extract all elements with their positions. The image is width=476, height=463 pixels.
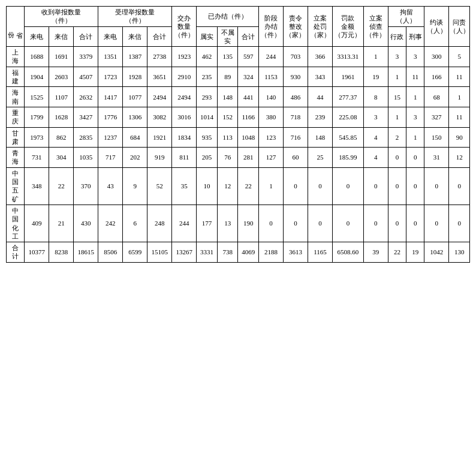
data-cell: 1 (388, 107, 406, 127)
data-cell: 3 (388, 47, 406, 67)
data-cell: 44 (308, 87, 333, 107)
data-cell: 4507 (74, 67, 98, 87)
data-cell: 5 (449, 47, 470, 67)
data-cell: 25 (308, 148, 333, 168)
data-cell: 441 (238, 87, 259, 107)
data-cell: 1 (363, 47, 388, 67)
data-cell: 52 (147, 167, 172, 205)
data-cell: 22 (49, 167, 74, 205)
data-cell: 11 (406, 67, 424, 87)
province-cell: 海南 (7, 87, 25, 107)
data-cell: 3331 (197, 242, 218, 263)
data-cell: 68 (424, 87, 449, 107)
data-cell: 1 (406, 127, 424, 148)
data-cell: 22 (388, 242, 406, 263)
data-cell: 1042 (424, 242, 449, 263)
detain-admin: 行政 (388, 26, 406, 47)
data-cell: 486 (283, 87, 308, 107)
collect-letter: 来信 (49, 26, 74, 47)
data-cell: 0 (424, 205, 449, 242)
data-cell: 225.08 (333, 107, 364, 127)
detain-criminal: 刑事 (406, 26, 424, 47)
data-cell: 113 (217, 127, 238, 148)
data-cell: 281 (238, 148, 259, 168)
data-cell: 0 (333, 205, 364, 242)
data-cell: 0 (424, 167, 449, 205)
province-cell: 上海 (7, 47, 25, 67)
table-row: 甘肃19738622835123768419211834935113104812… (7, 127, 470, 148)
data-cell: 19 (363, 67, 388, 87)
data-cell: 89 (217, 67, 238, 87)
data-cell: 3 (363, 107, 388, 127)
data-cell: 1417 (98, 87, 123, 107)
province-cell: 甘肃 (7, 127, 25, 148)
data-cell: 8238 (49, 242, 74, 263)
data-cell: 2835 (74, 127, 98, 148)
province-header: 省份 (7, 7, 25, 47)
data-cell: 3016 (172, 107, 197, 127)
data-cell: 9 (123, 167, 147, 205)
accept-phone: 来电 (98, 26, 123, 47)
data-cell: 148 (217, 87, 238, 107)
table-row: 福建19042603450717231928365129102358932411… (7, 67, 470, 87)
data-cell: 11 (449, 67, 470, 87)
data-cell: 8506 (98, 242, 123, 263)
data-cell: 123 (258, 127, 283, 148)
data-cell: 716 (283, 127, 308, 148)
data-cell: 0 (449, 205, 470, 242)
data-cell: 1961 (333, 67, 364, 87)
data-cell: 1799 (25, 107, 49, 127)
table-row: 海南15251107263214171077249424942931484411… (7, 87, 470, 107)
data-cell: 2188 (258, 242, 283, 263)
data-cell: 10377 (25, 242, 49, 263)
data-cell: 1688 (25, 47, 49, 67)
data-cell: 1166 (238, 107, 259, 127)
data-cell: 343 (308, 67, 333, 87)
data-cell: 60 (283, 148, 308, 168)
completed-not-real: 不属实 (217, 26, 238, 47)
data-cell: 1165 (308, 242, 333, 263)
data-cell: 2 (388, 127, 406, 148)
accept-letter: 来信 (123, 26, 147, 47)
data-cell: 1525 (25, 87, 49, 107)
completed-real: 属实 (197, 26, 218, 47)
data-cell: 717 (98, 148, 123, 168)
data-cell: 35 (172, 167, 197, 205)
data-cell: 380 (258, 107, 283, 127)
data-cell: 185.99 (333, 148, 364, 168)
table-row: 青海73130410357172029198112057628112760251… (7, 148, 470, 168)
accept-total: 合计 (147, 26, 172, 47)
data-cell: 1 (406, 87, 424, 107)
data-cell: 4069 (238, 242, 259, 263)
data-cell: 127 (258, 148, 283, 168)
data-cell: 177 (197, 205, 218, 242)
header-row-2: 来电 来信 合计 来电 来信 合计 属实 不属实 合计 行政 刑事 (7, 26, 470, 47)
data-cell: 22 (238, 167, 259, 205)
province-cell: 福建 (7, 67, 25, 87)
data-cell: 366 (308, 47, 333, 67)
data-cell: 1237 (98, 127, 123, 148)
data-cell: 0 (363, 205, 388, 242)
data-cell: 462 (197, 47, 218, 67)
data-cell: 150 (424, 127, 449, 148)
handover-header: 交办数量（件） (172, 7, 197, 47)
data-cell: 3427 (74, 107, 98, 127)
data-cell: 348 (25, 167, 49, 205)
penalty-header: 立案处罚（家） (308, 7, 333, 47)
data-cell: 370 (74, 167, 98, 205)
data-cell: 300 (424, 47, 449, 67)
data-cell: 811 (172, 148, 197, 168)
data-cell: 409 (25, 205, 49, 242)
data-cell: 930 (283, 67, 308, 87)
data-cell: 205 (197, 148, 218, 168)
data-cell: 0 (406, 148, 424, 168)
data-cell: 12 (217, 167, 238, 205)
data-cell: 140 (258, 87, 283, 107)
data-cell: 3 (406, 107, 424, 127)
data-cell: 1014 (197, 107, 218, 127)
data-cell: 684 (123, 127, 147, 148)
data-cell: 6 (123, 205, 147, 242)
data-cell: 0 (308, 205, 333, 242)
data-cell: 13 (217, 205, 238, 242)
data-cell: 1035 (74, 148, 98, 168)
